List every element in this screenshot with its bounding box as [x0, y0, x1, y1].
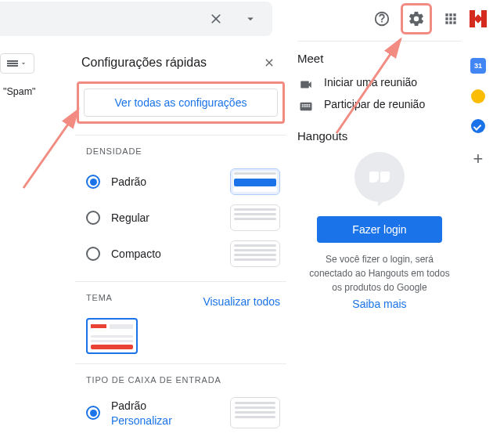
meet-heading: Meet — [297, 52, 462, 65]
keyboard-icon — [7, 60, 18, 67]
theme-thumbnail-selected[interactable] — [86, 318, 138, 354]
svg-line-1 — [23, 110, 78, 188]
settings-gear-icon[interactable] — [403, 5, 430, 32]
view-all-settings-highlight: Ver todas as configurações — [77, 81, 285, 124]
inbox-type-default[interactable]: Padrão Personalizar — [86, 392, 280, 428]
note-text: Se você fizer o login, será conectado ao… — [309, 254, 449, 293]
meet-row-label: Iniciar uma reunião — [324, 76, 417, 89]
section-title: TIPO DE CAIXA DE ENTRADA — [86, 375, 280, 385]
meet-join-meeting[interactable]: Participar de reunião — [297, 95, 462, 117]
theme-view-all-link[interactable]: Visualizar todos — [203, 295, 280, 308]
panel-title: Configurações rápidas — [81, 56, 207, 70]
get-addons-icon[interactable]: + — [473, 149, 484, 169]
divider — [297, 41, 462, 42]
calendar-addon-icon[interactable] — [470, 58, 486, 74]
option-label: Padrão — [111, 399, 172, 412]
top-bar — [0, 0, 493, 38]
search-bar[interactable] — [0, 2, 272, 36]
settings-button-highlight — [401, 3, 432, 34]
radio-icon — [86, 247, 100, 261]
density-option-compact[interactable]: Compacto — [86, 236, 280, 272]
video-camera-icon — [297, 76, 315, 92]
input-tools-button[interactable] — [0, 53, 34, 74]
search-options-dropdown-icon[interactable] — [235, 3, 266, 34]
density-thumbnail — [230, 240, 280, 267]
help-icon[interactable] — [366, 3, 398, 34]
inbox-type-section: TIPO DE CAIXA DE ENTRADA Padrão Personal… — [75, 363, 286, 438]
close-panel-icon[interactable] — [258, 52, 280, 74]
clear-search-icon[interactable] — [200, 3, 232, 34]
section-title: TEMA — [86, 293, 113, 302]
locale-flag-icon[interactable] — [470, 10, 487, 27]
hangouts-heading: Hangouts — [297, 129, 462, 143]
density-option-comfortable[interactable]: Regular — [86, 200, 280, 236]
keep-addon-icon[interactable] — [471, 89, 485, 103]
theme-section: TEMA Visualizar todos — [75, 281, 286, 363]
radio-icon — [86, 406, 100, 420]
keyboard-icon — [297, 98, 315, 114]
hangouts-login-button[interactable]: Fazer login — [317, 216, 442, 243]
chevron-down-icon — [20, 60, 27, 67]
radio-icon — [86, 211, 100, 225]
tasks-addon-icon[interactable] — [471, 119, 485, 133]
hangouts-login-note: Se você fizer o login, será conectado ao… — [297, 252, 462, 313]
spam-filter-chip[interactable]: "Spam" — [3, 86, 64, 97]
density-thumbnail — [230, 204, 280, 231]
density-thumbnail — [230, 168, 280, 195]
option-label: Padrão — [111, 175, 146, 188]
meet-row-label: Participar de reunião — [324, 98, 425, 110]
section-title: DENSIDADE — [86, 146, 280, 156]
hangouts-logo-icon — [354, 152, 405, 202]
quick-settings-panel: Configurações rápidas Ver todas as confi… — [75, 49, 286, 448]
left-sidebar-fragment: "Spam" ividade da : há 6 dias Detalhes — [0, 47, 67, 97]
option-label: Regular — [111, 211, 149, 224]
view-all-settings-button[interactable]: Ver todas as configurações — [84, 89, 278, 117]
meet-start-meeting[interactable]: Iniciar uma reunião — [297, 73, 462, 95]
density-option-default[interactable]: Padrão — [86, 164, 280, 200]
learn-more-link[interactable]: Saiba mais — [305, 296, 454, 313]
customize-inbox-link[interactable]: Personalizar — [111, 414, 172, 427]
radio-icon — [86, 175, 100, 189]
side-addon-rail: + — [463, 47, 493, 169]
option-label: Compacto — [111, 247, 161, 260]
top-right-controls — [366, 3, 487, 34]
inbox-thumbnail — [230, 397, 280, 428]
density-section: DENSIDADE Padrão Regular Compacto — [75, 135, 286, 281]
meet-hangouts-column: Meet Iniciar uma reunião Participar de r… — [297, 47, 462, 313]
apps-grid-icon[interactable] — [435, 3, 466, 34]
